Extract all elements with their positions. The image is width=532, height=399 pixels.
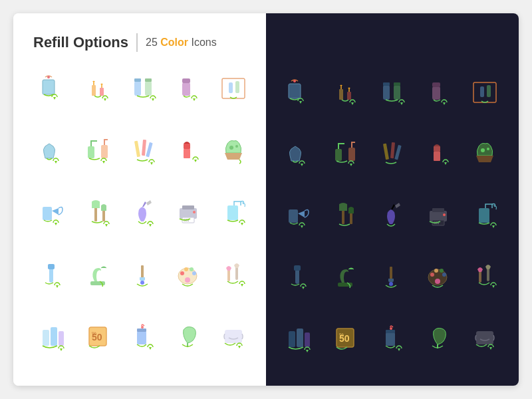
svg-rect-99: [297, 329, 303, 347]
svg-rect-17: [146, 142, 153, 157]
svg-point-91: [430, 273, 434, 277]
svg-rect-19: [184, 144, 190, 149]
svg-rect-56: [339, 89, 343, 100]
svg-rect-63: [432, 82, 440, 87]
dark-icon-candles: [326, 72, 364, 110]
svg-point-21: [235, 145, 238, 148]
dark-icon-pencils: [372, 133, 411, 172]
svg-rect-50: [137, 331, 146, 344]
svg-rect-16: [142, 139, 146, 155]
svg-rect-32: [48, 264, 55, 269]
svg-rect-10: [222, 78, 245, 98]
svg-rect-86: [294, 265, 301, 271]
svg-rect-44: [43, 330, 49, 346]
svg-rect-54: [289, 84, 301, 98]
svg-point-1: [47, 76, 50, 78]
dark-icon-makeup-brushes: [466, 256, 504, 295]
right-panel: 666: [266, 13, 519, 386]
svg-rect-30: [227, 205, 238, 220]
svg-point-20: [229, 146, 233, 150]
svg-rect-6: [145, 81, 152, 96]
svg-rect-68: [348, 148, 355, 161]
svg-rect-0: [43, 80, 55, 94]
icon-medicine-bottle: [169, 68, 207, 106]
dark-icon-paintbrush: [372, 256, 411, 295]
svg-text:%: %: [92, 331, 96, 336]
icon-water-drop: [124, 317, 162, 355]
svg-rect-12: [235, 81, 239, 93]
icon-ink-dropper: [124, 192, 162, 231]
svg-rect-11: [229, 82, 233, 93]
icon-hand-sanitizer: [33, 130, 72, 169]
svg-rect-62: [432, 86, 440, 100]
subtitle: 25 Color Icons: [146, 37, 217, 49]
icon-bottles: [124, 68, 162, 106]
svg-rect-69: [383, 144, 389, 160]
svg-point-41: [185, 277, 190, 283]
svg-rect-26: [182, 205, 194, 209]
svg-rect-5: [134, 78, 141, 82]
svg-rect-18: [184, 149, 190, 158]
dark-icon-plant-spray: [326, 256, 364, 295]
header: Refill Options 25 Color Icons: [33, 33, 246, 52]
svg-point-74: [481, 148, 485, 152]
dark-icon-grid: 666: [279, 72, 505, 372]
svg-point-55: [293, 80, 296, 82]
dark-icon-percent-label: 50%: [326, 318, 364, 356]
svg-rect-53: [225, 330, 242, 343]
icon-coffee-location: [33, 68, 72, 106]
svg-rect-46: [59, 331, 64, 346]
dark-icon-water-drop: [372, 318, 411, 356]
svg-rect-45: [51, 327, 57, 346]
dark-icon-spray-bottle: [466, 195, 504, 233]
svg-point-52: [141, 326, 144, 329]
svg-rect-51: [137, 329, 146, 332]
svg-point-93: [440, 269, 444, 273]
svg-point-39: [190, 267, 194, 271]
svg-point-92: [434, 269, 438, 273]
svg-point-75: [487, 148, 489, 150]
svg-rect-71: [394, 145, 402, 160]
svg-rect-70: [390, 142, 395, 158]
icon-garden-tools: [78, 192, 117, 231]
icon-plant-spray: [78, 255, 117, 293]
svg-rect-61: [394, 82, 400, 86]
icon-spray-bottle: [214, 192, 253, 231]
svg-rect-65: [480, 86, 484, 97]
svg-rect-80: [432, 208, 444, 212]
dark-icon-face-mask: [466, 318, 504, 356]
svg-rect-84: [479, 208, 489, 223]
icon-printer: 666: [169, 192, 207, 231]
icon-makeup-brushes: [214, 255, 253, 293]
svg-point-38: [184, 267, 188, 271]
svg-rect-105: [386, 330, 395, 333]
svg-rect-100: [305, 332, 310, 347]
svg-rect-8: [182, 82, 190, 96]
left-panel: Refill Options 25 Color Icons: [13, 13, 266, 386]
dark-icon-hand-sanitizer: [279, 133, 318, 172]
icon-paint-palette: [169, 255, 207, 293]
svg-point-95: [435, 279, 440, 284]
icon-candles: [78, 68, 117, 106]
svg-point-35: [140, 281, 144, 285]
svg-point-28: [193, 211, 196, 213]
svg-rect-64: [473, 82, 496, 102]
icon-percent-label: 50%: [78, 317, 117, 355]
dark-icon-spray-cleaner: [279, 195, 318, 233]
icon-cleaning-products: [33, 317, 72, 355]
icon-lipstick: [169, 130, 207, 169]
dark-icon-frame-bottles: [466, 72, 504, 110]
svg-point-82: [443, 213, 446, 216]
icon-spray-cleaner: [33, 192, 72, 231]
header-divider: [136, 33, 138, 52]
svg-rect-57: [347, 92, 351, 100]
dark-icon-plant-leaf: [419, 318, 458, 356]
svg-rect-76: [289, 209, 298, 223]
icon-toothbrush: [33, 255, 72, 293]
svg-rect-58: [383, 85, 390, 100]
svg-rect-2: [92, 85, 96, 96]
dark-icon-paint-palette: [419, 256, 458, 295]
svg-rect-13: [88, 146, 94, 158]
dark-icon-cleaning-products: [279, 318, 318, 356]
dark-icon-printer: 666: [419, 195, 458, 233]
